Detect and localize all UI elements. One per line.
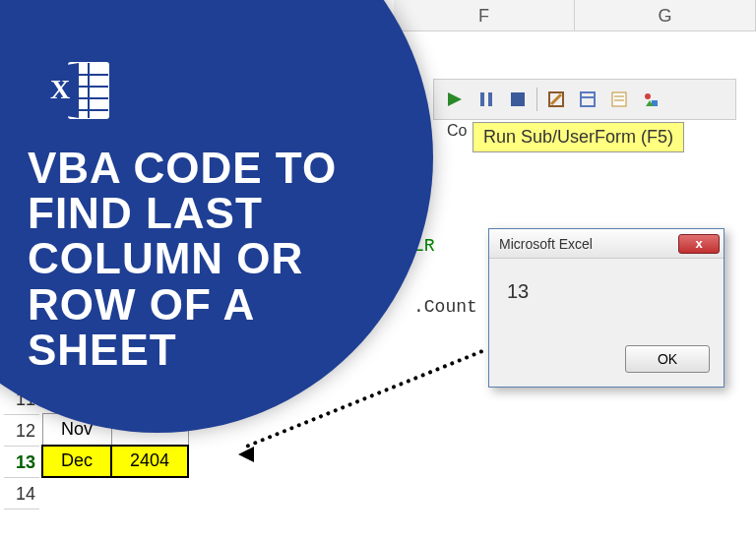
excel-logo-icon: X [39, 59, 110, 126]
run-icon[interactable] [442, 87, 468, 112]
svg-marker-0 [448, 92, 462, 106]
svg-text:X: X [50, 74, 70, 104]
svg-line-5 [551, 94, 561, 104]
svg-rect-8 [612, 92, 626, 106]
annotation-arrow-head [238, 447, 254, 462]
message-box-footer: OK [489, 337, 724, 387]
svg-rect-3 [511, 92, 525, 106]
code-line-2: .Count [413, 297, 477, 317]
tooltip-prefix-text: Co [447, 122, 467, 140]
message-box-body: 13 [489, 259, 724, 337]
toolbox-icon[interactable] [638, 87, 663, 112]
pause-icon[interactable] [473, 87, 499, 112]
row-header-13[interactable]: 13 [4, 447, 39, 478]
message-box: Microsoft Excel x 13 OK [488, 228, 724, 388]
row-header-14[interactable]: 14 [4, 478, 39, 509]
close-button[interactable]: x [678, 234, 720, 254]
project-explorer-icon[interactable] [575, 87, 600, 112]
page-title: VBA CODE TO FIND LAST COLUMN OR ROW OF A… [28, 146, 402, 373]
row-header-12[interactable]: 12 [4, 415, 39, 447]
title-line-3: COLUMN OR [28, 236, 402, 281]
title-line-4: ROW OF A [28, 282, 402, 328]
column-header-f[interactable]: F [394, 0, 575, 30]
code-snippet: LR .Count [413, 236, 477, 317]
run-tooltip: Run Sub/UserForm (F5) [472, 122, 684, 152]
svg-rect-6 [581, 92, 595, 106]
stop-icon[interactable] [505, 87, 531, 112]
title-line-5: SHEET [28, 328, 402, 373]
separator [536, 88, 537, 111]
ok-button[interactable]: OK [625, 345, 710, 373]
title-line-2: FIND LAST [28, 191, 402, 236]
svg-point-11 [645, 93, 651, 99]
column-header-g[interactable]: G [575, 0, 756, 30]
design-mode-icon[interactable] [543, 87, 569, 112]
column-headers: F G [394, 0, 756, 31]
properties-icon[interactable] [606, 87, 632, 112]
message-box-titlebar[interactable]: Microsoft Excel x [489, 229, 724, 259]
title-line-1: VBA CODE TO [28, 146, 402, 191]
table-row-highlighted: Dec 2404 [42, 446, 188, 477]
vba-toolbar [433, 79, 736, 120]
cell-month-13[interactable]: Dec [42, 446, 111, 477]
svg-rect-2 [488, 92, 492, 106]
svg-rect-1 [480, 92, 484, 106]
message-box-title: Microsoft Excel [499, 236, 593, 252]
cell-value-13[interactable]: 2404 [111, 446, 188, 477]
